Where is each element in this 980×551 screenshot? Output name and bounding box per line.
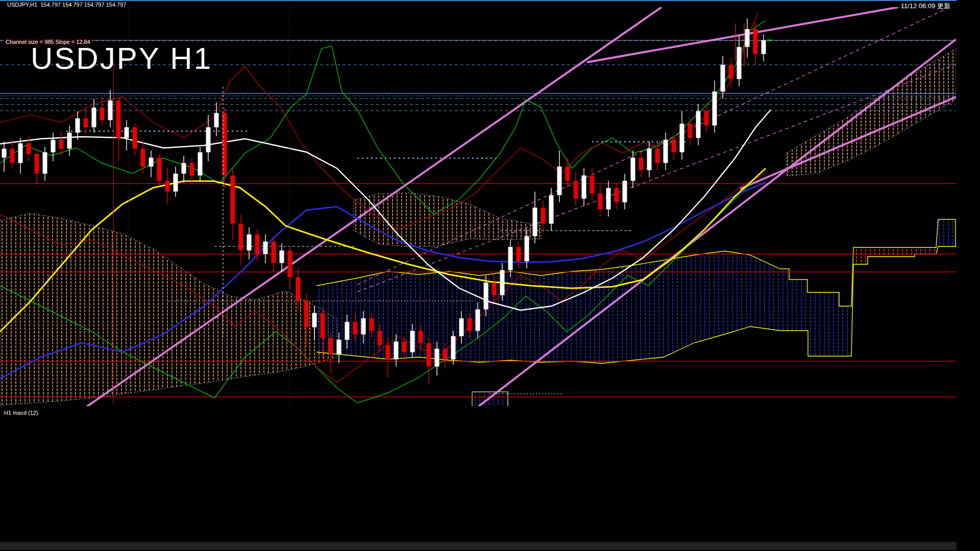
candle-body xyxy=(484,283,488,310)
candle-body xyxy=(321,313,325,338)
candle-body xyxy=(631,158,635,181)
candle-body xyxy=(672,140,676,153)
candle-body xyxy=(443,348,448,359)
candle-body xyxy=(590,176,595,193)
candle-body xyxy=(116,101,121,138)
candle-body xyxy=(451,336,456,360)
candle-body xyxy=(721,65,725,92)
candle-body xyxy=(549,195,554,223)
candle-body xyxy=(59,140,64,149)
price-axis[interactable] xyxy=(957,0,980,551)
future-kumo-blue2 xyxy=(938,219,955,246)
candle-body xyxy=(133,127,137,148)
candle-body xyxy=(688,123,693,138)
candle-body xyxy=(664,140,668,163)
candle-body xyxy=(533,208,537,236)
candle-body xyxy=(247,234,252,251)
macd-indicator-label: H1 macd (12) xyxy=(4,410,38,416)
candle-body xyxy=(255,234,260,254)
candle-body xyxy=(745,29,750,47)
candle-body xyxy=(639,158,644,170)
candle-body xyxy=(182,163,186,173)
candle-body xyxy=(696,111,701,138)
candle-body xyxy=(337,340,341,354)
candle-body xyxy=(753,29,758,54)
candle-body xyxy=(435,348,439,366)
mt4-chart-window: { "window": { "title_line": "USDJPY,H1 1… xyxy=(0,0,980,551)
candle-body xyxy=(508,247,513,270)
candle-body xyxy=(149,158,154,167)
candle-body xyxy=(51,140,56,153)
candle-body xyxy=(704,111,709,126)
candle-body xyxy=(713,91,717,126)
main-chart-canvas[interactable] xyxy=(0,0,957,551)
candle-body xyxy=(263,241,268,254)
candle-body xyxy=(214,113,219,127)
future-kumo-red xyxy=(853,247,936,264)
candle-body xyxy=(476,309,480,331)
ichimoku-cloud-topright xyxy=(786,48,956,176)
candle-body xyxy=(361,318,366,335)
candle-body xyxy=(231,176,235,224)
candle-body xyxy=(762,40,766,54)
candle-body xyxy=(370,318,374,331)
candle-body xyxy=(517,247,521,261)
candle-body xyxy=(468,318,472,331)
candle-body xyxy=(280,251,284,263)
candle-body xyxy=(67,133,72,149)
candle-body xyxy=(18,143,23,163)
symbol-watermark: USDJPY H1 xyxy=(31,41,212,76)
candle-body xyxy=(394,341,399,359)
date-axis-strip[interactable] xyxy=(0,542,957,550)
candle-body xyxy=(190,163,194,176)
candle-body xyxy=(525,236,529,261)
candle-body xyxy=(100,108,105,120)
candle-body xyxy=(500,270,505,295)
candle-body xyxy=(345,322,350,340)
candle-body xyxy=(419,331,423,343)
candle-body xyxy=(125,127,129,138)
candle-body xyxy=(239,223,243,251)
candle-body xyxy=(680,123,684,152)
candle-body xyxy=(206,127,211,152)
candle-body xyxy=(737,47,742,79)
candle-body xyxy=(378,331,382,345)
candle-body xyxy=(353,322,358,335)
candle-body xyxy=(386,345,390,359)
candle-body xyxy=(165,181,170,191)
candle-body xyxy=(492,283,497,295)
candle-body xyxy=(304,300,309,328)
candle-body xyxy=(459,318,464,336)
candle-body xyxy=(272,241,276,263)
candle-body xyxy=(402,341,407,352)
candle-body xyxy=(84,118,88,128)
candle-body xyxy=(329,338,333,354)
candle-body xyxy=(541,208,546,224)
future-kumo-blue xyxy=(780,269,851,356)
candle-body xyxy=(427,343,431,367)
candle-body xyxy=(10,148,15,163)
candle-body xyxy=(574,181,578,198)
candle-body xyxy=(615,188,619,202)
ichimoku-cloud-left xyxy=(0,213,337,405)
candle-body xyxy=(92,108,96,128)
candle-body xyxy=(157,158,162,181)
candle-body xyxy=(582,176,586,199)
candle-body xyxy=(76,118,80,133)
candle-body xyxy=(198,152,203,176)
candle-body xyxy=(557,166,562,195)
candle-body xyxy=(141,148,145,166)
candle-body xyxy=(108,101,113,120)
candle-body xyxy=(27,143,31,154)
candle-body xyxy=(35,154,39,174)
candle-body xyxy=(288,251,292,278)
candle-body xyxy=(598,193,603,210)
candle-body xyxy=(410,331,415,352)
candle-body xyxy=(566,166,570,181)
candle-body xyxy=(655,148,660,163)
candle-body xyxy=(647,148,652,170)
candle-body xyxy=(174,173,178,191)
candle-body xyxy=(729,65,733,79)
candle-body xyxy=(43,152,47,173)
candle-body xyxy=(606,188,611,209)
